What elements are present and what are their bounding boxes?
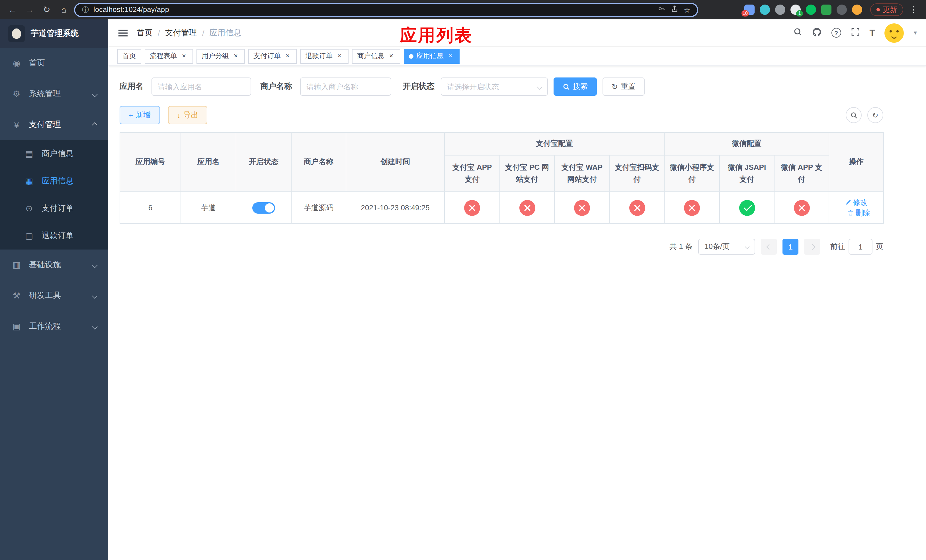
- sidebar-item-refund-order[interactable]: ▢ 退款订单: [0, 222, 108, 250]
- logo-avatar: [8, 25, 25, 42]
- export-button[interactable]: ↓ 导出: [168, 106, 207, 124]
- reset-button[interactable]: ↻ 重置: [602, 77, 645, 96]
- col-merchant: 商户名称: [291, 132, 346, 192]
- breadcrumb-payment[interactable]: 支付管理: [165, 28, 197, 38]
- tab-close-icon[interactable]: ×: [336, 52, 343, 60]
- sidebar-item-workflow[interactable]: ▣ 工作流程: [0, 311, 108, 342]
- sidebar-item-dev-tools[interactable]: ⚒ 研发工具: [0, 280, 108, 311]
- edit-link[interactable]: 修改: [845, 197, 868, 207]
- tab-close-icon[interactable]: ×: [446, 52, 454, 60]
- browser-home-icon[interactable]: ⌂: [57, 3, 71, 17]
- page-1-button[interactable]: 1: [782, 239, 799, 255]
- status-select[interactable]: [441, 77, 548, 96]
- extension-icon[interactable]: [775, 5, 785, 15]
- tab-label: 退款订单: [305, 51, 333, 61]
- user-avatar[interactable]: [885, 23, 904, 42]
- site-info-icon[interactable]: ⓘ: [82, 5, 89, 15]
- refresh-table-button[interactable]: ↻: [867, 107, 883, 123]
- update-label: 更新: [883, 5, 897, 15]
- browser-menu-icon[interactable]: ⋮: [906, 3, 920, 17]
- sidebar-item-label: 商户信息: [42, 149, 73, 159]
- extension-icon[interactable]: [852, 5, 862, 15]
- github-icon[interactable]: [812, 27, 822, 38]
- page-content: 应用名 商户名称 开启状态 搜索 ↻ 重置: [108, 66, 926, 560]
- plus-icon: +: [129, 111, 133, 119]
- extension-icon[interactable]: 10: [744, 5, 755, 15]
- sidebar-item-system[interactable]: ⚙ 系统管理: [0, 79, 108, 109]
- extension-badge: 10: [741, 10, 749, 17]
- bookmark-star-icon[interactable]: ☆: [684, 5, 690, 14]
- sidebar-item-merchant-info[interactable]: ▤ 商户信息: [0, 140, 108, 168]
- tab-refund-order[interactable]: 退款订单 ×: [300, 49, 348, 64]
- tab-process-form[interactable]: 流程表单 ×: [145, 49, 193, 64]
- sidebar-item-pay-order[interactable]: ⊙ 支付订单: [0, 195, 108, 222]
- order-icon: ⊙: [24, 203, 34, 213]
- chevron-left-icon: [766, 244, 772, 250]
- top-navbar: 首页 / 支付管理 / 应用信息 应用列表 ? T ▾: [108, 20, 926, 47]
- sidebar-item-label: 首页: [29, 58, 45, 68]
- extension-icon[interactable]: [821, 5, 831, 15]
- status-select-input[interactable]: [441, 77, 548, 96]
- merchant-name-label: 商户名称: [260, 82, 292, 92]
- pagination: 共 1 条 10条/页 1 前往 页: [120, 239, 883, 255]
- tab-label: 应用信息: [416, 51, 443, 61]
- document-icon: ▢: [24, 231, 34, 241]
- toggle-search-button[interactable]: [846, 107, 862, 123]
- sidebar-item-app-info[interactable]: ▦ 应用信息: [0, 168, 108, 195]
- tab-close-icon[interactable]: ×: [387, 52, 395, 60]
- font-size-icon[interactable]: T: [869, 28, 875, 38]
- app-logo: 芋道管理系统: [0, 20, 108, 48]
- breadcrumb-home[interactable]: 首页: [137, 28, 153, 38]
- help-icon[interactable]: ?: [831, 28, 841, 38]
- col-alipay-pc: 支付宝 PC 网站支付: [500, 155, 554, 192]
- tab-user-group[interactable]: 用户分组 ×: [197, 49, 245, 64]
- browser-back-icon[interactable]: ←: [6, 3, 20, 17]
- tab-home[interactable]: 首页: [117, 49, 141, 64]
- extension-icon[interactable]: [806, 5, 816, 15]
- merchant-name-input[interactable]: [300, 77, 391, 96]
- tab-pay-order[interactable]: 支付订单 ×: [248, 49, 297, 64]
- col-app-name: 应用名: [181, 132, 236, 192]
- sidebar-item-label: 工作流程: [29, 321, 61, 331]
- tab-merchant-info[interactable]: 商户信息 ×: [352, 49, 400, 64]
- password-key-icon[interactable]: [658, 5, 665, 14]
- share-icon[interactable]: [671, 5, 678, 14]
- goto-page-input[interactable]: [849, 239, 873, 255]
- sidebar-item-label: 退款订单: [42, 231, 73, 241]
- tab-close-icon[interactable]: ×: [284, 52, 292, 60]
- extension-badge: 1: [796, 10, 803, 17]
- goto-label: 前往: [830, 242, 845, 252]
- app-name-input[interactable]: [151, 77, 251, 96]
- fullscreen-icon[interactable]: [850, 27, 859, 38]
- tab-close-icon[interactable]: ×: [232, 52, 240, 60]
- prev-page-button[interactable]: [761, 239, 777, 255]
- extension-icon[interactable]: 1: [790, 5, 801, 15]
- update-dot-icon: [876, 8, 880, 11]
- page-size-select[interactable]: 10条/页: [698, 239, 755, 255]
- extension-icon[interactable]: [837, 5, 847, 15]
- browser-reload-icon[interactable]: ↻: [40, 3, 53, 17]
- sidebar-item-payment[interactable]: ¥ 支付管理: [0, 109, 108, 140]
- address-bar[interactable]: ⓘ localhost:1024/pay/app ☆: [74, 3, 698, 17]
- browser-forward-icon[interactable]: →: [23, 3, 36, 17]
- browser-update-button[interactable]: 更新: [870, 3, 903, 16]
- delete-link[interactable]: 删除: [847, 207, 870, 218]
- user-menu-caret-icon[interactable]: ▾: [914, 29, 917, 36]
- sidebar-item-infrastructure[interactable]: ▥ 基础设施: [0, 250, 108, 280]
- sidebar-item-home[interactable]: ◉ 首页: [0, 48, 108, 79]
- extension-icon[interactable]: [760, 5, 770, 15]
- wechat-app-status-icon: [794, 200, 809, 216]
- tab-label: 用户分组: [201, 51, 229, 61]
- search-button[interactable]: 搜索: [554, 77, 597, 96]
- status-toggle[interactable]: [252, 202, 275, 213]
- add-button[interactable]: + 新增: [120, 106, 160, 124]
- tab-close-icon[interactable]: ×: [180, 52, 188, 60]
- refresh-icon: ↻: [872, 111, 878, 120]
- col-actions: 操作: [829, 132, 884, 192]
- next-page-button[interactable]: [804, 239, 820, 255]
- tab-app-info[interactable]: 应用信息 ×: [404, 49, 460, 64]
- sidebar-item-label: 基础设施: [29, 260, 61, 270]
- search-icon[interactable]: [793, 27, 802, 38]
- sidebar-item-label: 支付管理: [29, 120, 61, 130]
- sidebar-toggle-icon[interactable]: [117, 27, 129, 38]
